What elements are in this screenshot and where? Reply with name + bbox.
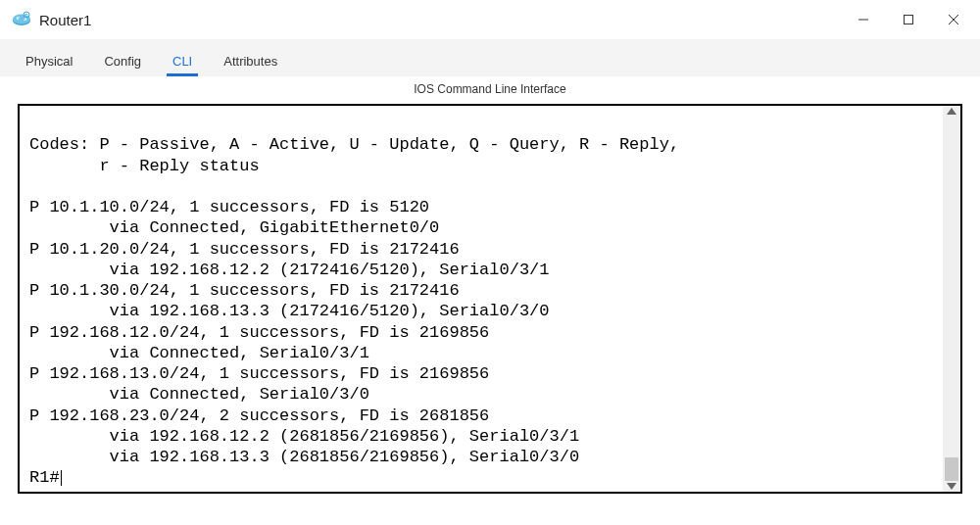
cli-header-label: IOS Command Line Interface xyxy=(0,76,980,104)
scroll-up-icon[interactable] xyxy=(947,108,956,115)
router-icon xyxy=(12,10,31,29)
tab-cli[interactable]: CLI xyxy=(157,44,208,76)
minimize-button[interactable] xyxy=(855,11,872,28)
maximize-button[interactable] xyxy=(900,11,917,28)
svg-rect-4 xyxy=(905,16,913,24)
window-controls xyxy=(855,11,962,28)
cli-cursor xyxy=(61,470,62,486)
scroll-thumb[interactable] xyxy=(945,457,958,481)
tab-physical[interactable]: Physical xyxy=(10,44,88,76)
close-button[interactable] xyxy=(945,11,962,28)
cli-terminal[interactable]: Codes: P - Passive, A - Active, U - Upda… xyxy=(18,104,962,494)
tab-config[interactable]: Config xyxy=(88,44,157,76)
cli-output[interactable]: Codes: P - Passive, A - Active, U - Upda… xyxy=(20,106,943,492)
tab-bar: Physical Config CLI Attributes xyxy=(0,39,980,76)
tab-attributes[interactable]: Attributes xyxy=(208,44,293,76)
title-bar: Router1 xyxy=(0,0,980,39)
cli-scrollbar[interactable] xyxy=(943,106,960,492)
scroll-down-icon[interactable] xyxy=(947,483,956,490)
window-title: Router1 xyxy=(39,12,91,28)
svg-point-1 xyxy=(13,15,30,24)
scroll-track[interactable] xyxy=(943,115,960,483)
cli-prompt[interactable]: R1# xyxy=(29,468,60,487)
